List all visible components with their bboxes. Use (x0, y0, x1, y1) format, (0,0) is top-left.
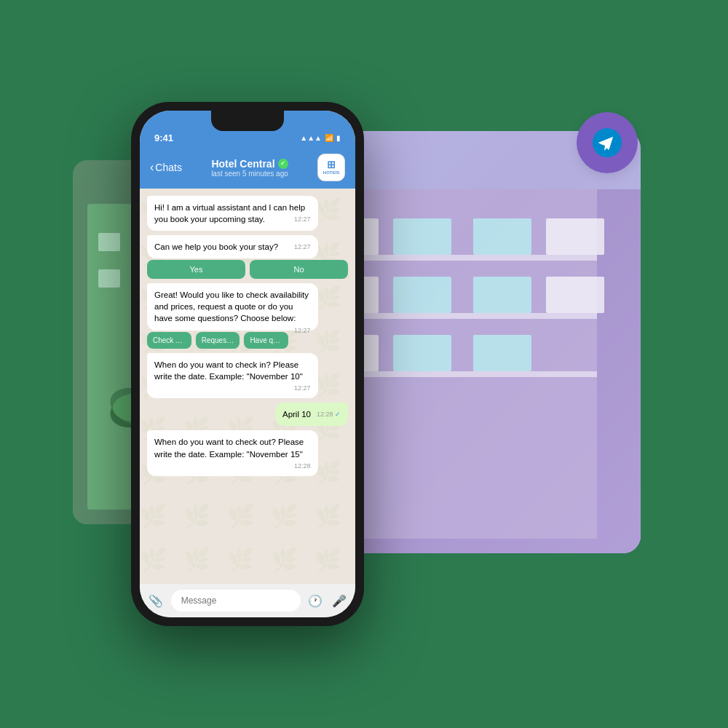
message-1-time: 12:27 (294, 215, 311, 224)
status-icons: ▲▲▲ 📶 ▮ (300, 134, 341, 142)
back-label: Chats (155, 162, 182, 173)
back-button[interactable]: ‹ Chats (150, 161, 182, 174)
avatar-text: HOTEIS (323, 170, 339, 175)
message-3: Great! Would you like to check availabil… (147, 283, 318, 330)
message-6-text: When do you want to check out? Please wr… (154, 438, 304, 458)
message-2-text: Can we help you book your stay? (154, 242, 278, 251)
message-4-time: 12:27 (294, 384, 311, 393)
message-2-time: 12:27 (294, 242, 311, 252)
message-5-time: 12:28 ✓ (317, 410, 341, 419)
battery-icon: ▮ (336, 134, 341, 142)
input-bar: 📎 🕐 🎤 (140, 584, 355, 617)
header-info: Hotel Central ✓ last seen 5 minutes ago (188, 158, 312, 178)
phone: 9:41 ▲▲▲ 📶 ▮ ‹ Chats Hotel Central ✓ (131, 102, 364, 626)
scene: 9:41 ▲▲▲ 📶 ▮ ‹ Chats Hotel Central ✓ (73, 73, 655, 655)
svg-rect-24 (473, 335, 531, 371)
message-1-text: Hi! I am a virtual assistant and I can h… (154, 203, 305, 223)
wifi-icon: 📶 (325, 134, 333, 142)
phone-screen: 9:41 ▲▲▲ 📶 ▮ ‹ Chats Hotel Central ✓ (140, 111, 355, 617)
contact-name-text: Hotel Central (211, 158, 274, 170)
contact-name: Hotel Central ✓ (188, 158, 312, 170)
message-6: When do you want to check out? Please wr… (147, 430, 318, 476)
svg-rect-16 (473, 218, 531, 255)
message-3-buttons: Check Avai... Request a... Have ques... (147, 332, 288, 349)
status-time: 9:41 (154, 132, 173, 143)
message-2-buttons: Yes No (147, 260, 348, 279)
check-availability-button[interactable]: Check Avai... (147, 332, 191, 349)
message-4: When do you want to check in? Please wri… (147, 353, 318, 399)
svg-rect-19 (393, 277, 451, 313)
telegram-badge (581, 116, 633, 169)
svg-rect-21 (546, 277, 604, 313)
last-seen: last seen 5 minutes ago (188, 170, 312, 178)
back-arrow-icon: ‹ (150, 161, 154, 174)
message-3-time: 12:27 (294, 326, 311, 336)
contact-avatar: ⊞ HOTEIS (317, 154, 345, 181)
attachment-icon[interactable]: 📎 (147, 590, 165, 611)
message-6-time: 12:28 (294, 462, 311, 471)
svg-rect-23 (393, 335, 451, 371)
message-input[interactable] (171, 590, 301, 612)
message-3-container: Great! Would you like to check availabil… (147, 283, 348, 348)
clock-icon[interactable]: 🕐 (306, 590, 325, 611)
message-1: Hi! I am a virtual assistant and I can h… (147, 196, 318, 231)
chat-header: ‹ Chats Hotel Central ✓ last seen 5 minu… (140, 149, 355, 189)
have-questions-button[interactable]: Have ques... (244, 332, 288, 349)
message-3-text: Great! Would you like to check availabil… (154, 290, 309, 323)
chat-messages: Hi! I am a virtual assistant and I can h… (140, 189, 355, 584)
svg-rect-2 (98, 233, 120, 251)
no-button[interactable]: No (250, 260, 348, 279)
signal-icon: ▲▲▲ (300, 134, 322, 142)
yes-button[interactable]: Yes (147, 260, 245, 279)
message-2: Can we help you book your stay? 12:27 (147, 235, 318, 258)
phone-notch (211, 111, 284, 131)
verified-badge: ✓ (278, 159, 288, 169)
svg-rect-20 (473, 277, 531, 313)
svg-rect-17 (546, 218, 604, 255)
mic-icon[interactable]: 🎤 (330, 590, 348, 611)
request-quote-button[interactable]: Request a... (196, 332, 240, 349)
message-4-text: When do you want to check in? Please wri… (154, 360, 303, 381)
message-5: April 10 12:28 ✓ (275, 403, 348, 426)
message-5-text: April 10 (282, 410, 311, 419)
svg-rect-15 (393, 218, 451, 255)
message-2-container: Can we help you book your stay? 12:27 Ye… (147, 235, 348, 279)
msg-tick: ✓ (335, 411, 341, 418)
svg-rect-5 (98, 269, 120, 288)
